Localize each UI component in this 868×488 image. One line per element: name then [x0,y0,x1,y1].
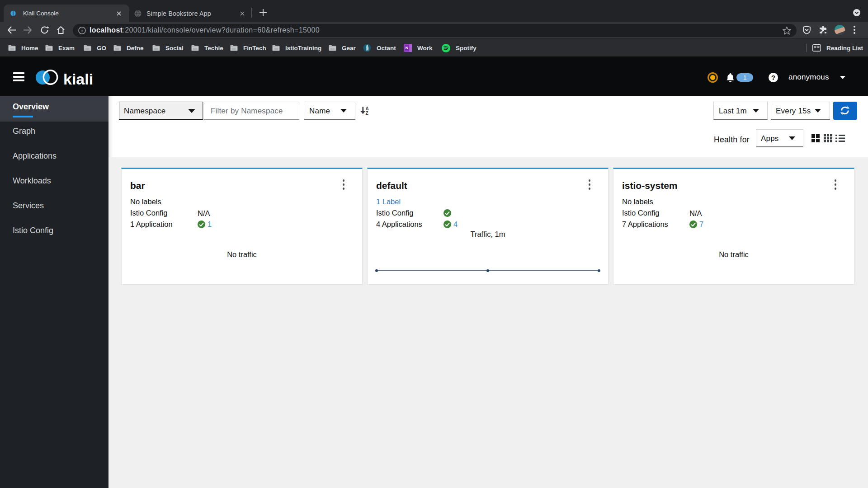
svg-text:N: N [406,45,409,50]
svg-text:Z: Z [366,111,368,115]
